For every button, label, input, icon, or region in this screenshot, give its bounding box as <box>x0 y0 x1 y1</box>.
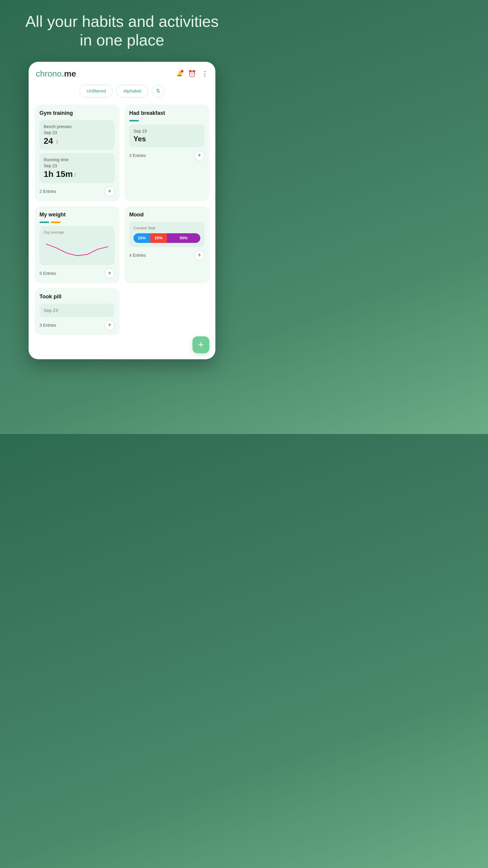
running-minutes: 15m <box>56 169 73 179</box>
running-time-value: 1h 15m ↑ <box>44 169 110 179</box>
mood-bar: 25% 25% 50% <box>133 233 200 243</box>
bench-presses-entry[interactable]: Bench presses Sep 23 24 ↓ <box>39 120 115 150</box>
bell-notification-dot <box>181 70 184 73</box>
fab-icon: + <box>198 339 204 350</box>
mood-year-label: Current Year <box>133 226 200 230</box>
mood-footer: 4 Entries + <box>129 250 204 260</box>
alphabet-filter[interactable]: Alphabet <box>116 85 148 97</box>
gym-entries-count: 2 Entries <box>39 189 56 194</box>
bench-presses-date: Sep 23 <box>44 130 110 135</box>
mood-seg-purple: 50% <box>167 233 200 243</box>
breakfast-add-button[interactable]: + <box>194 150 204 161</box>
took-pill-date: Sep 23 <box>39 304 115 317</box>
took-pill-title: Took pill <box>39 293 115 300</box>
breakfast-date: Sep 23 <box>133 129 200 133</box>
mood-chart: Current Year 25% 25% 50% <box>129 221 204 247</box>
more-options-icon[interactable]: ⋮ <box>201 70 208 78</box>
chart-label: Day average <box>44 230 110 235</box>
alarm-icon[interactable]: ⏰ <box>188 70 196 78</box>
breakfast-bar-teal <box>129 120 139 121</box>
cards-grid: Gym training Bench presses Sep 23 24 ↓ R… <box>35 104 209 335</box>
gym-training-title: Gym training <box>39 110 115 116</box>
my-weight-title: My weight <box>39 212 115 218</box>
gym-add-button[interactable]: + <box>104 186 115 196</box>
bench-presses-value: 24 ↓ <box>44 136 110 146</box>
breakfast-footer: 3 Entries + <box>129 150 204 161</box>
weight-entries-count: 5 Entries <box>39 271 56 276</box>
weight-bar-orange <box>51 221 61 223</box>
had-breakfast-card: Had breakfast Sep 23 Yes 3 Entries + <box>124 104 209 201</box>
had-breakfast-title: Had breakfast <box>129 110 204 116</box>
app-header: chrono.me 🔔 ⏰ ⋮ <box>35 69 209 79</box>
app-card: chrono.me 🔔 ⏰ ⋮ Unfiltered Alphabet ⇅ Gy… <box>29 62 216 359</box>
sort-filter[interactable]: ⇅ <box>152 85 164 97</box>
took-pill-entries-count: 3 Entries <box>39 323 56 328</box>
mood-title: Mood <box>129 212 204 218</box>
mood-card: Mood Current Year 25% 25% 50% 4 Entries … <box>124 206 209 283</box>
fab-add-button[interactable]: + <box>193 336 209 353</box>
breakfast-value: Yes <box>133 135 200 143</box>
weight-indicators <box>39 221 115 223</box>
took-pill-add-button[interactable]: + <box>104 320 115 330</box>
running-time-date: Sep 23 <box>44 163 110 168</box>
gym-training-card: Gym training Bench presses Sep 23 24 ↓ R… <box>35 104 120 201</box>
sort-icon: ⇅ <box>156 88 160 94</box>
bench-presses-trend-icon: ↓ <box>56 137 59 145</box>
mood-entries-count: 4 Entries <box>129 253 146 258</box>
breakfast-indicator <box>129 120 204 121</box>
bench-presses-name: Bench presses <box>44 124 110 129</box>
hero-title: All your habits and activities in one pl… <box>20 12 224 50</box>
unfiltered-filter[interactable]: Unfiltered <box>79 85 113 97</box>
gym-training-footer: 2 Entries + <box>39 186 115 196</box>
took-pill-footer: 3 Entries + <box>39 320 115 330</box>
bell-button[interactable]: 🔔 <box>176 71 183 76</box>
mood-seg-red: 25% <box>150 233 167 243</box>
my-weight-card: My weight Day average 5 Entries + <box>35 206 120 283</box>
running-time-entry[interactable]: Running time Sep 23 1h 15m ↑ <box>39 153 115 183</box>
filter-row: Unfiltered Alphabet ⇅ <box>35 85 209 97</box>
breakfast-entries-count: 3 Entries <box>129 153 146 158</box>
breakfast-entry[interactable]: Sep 23 Yes <box>129 124 204 147</box>
header-icons: 🔔 ⏰ ⋮ <box>176 70 208 78</box>
weight-chart-svg <box>44 236 110 263</box>
weight-chart: Day average <box>39 226 115 265</box>
running-time-name: Running time <box>44 157 110 162</box>
logo-chrono: chrono <box>36 69 62 79</box>
weight-footer: 5 Entries + <box>39 268 115 278</box>
running-hours: 1h <box>44 169 54 179</box>
mood-seg-blue: 25% <box>133 233 150 243</box>
mood-add-button[interactable]: + <box>194 250 204 260</box>
app-logo: chrono.me <box>36 69 76 79</box>
took-pill-card: Took pill Sep 23 3 Entries + <box>35 288 120 335</box>
logo-me: me <box>64 69 76 79</box>
weight-bar-teal <box>39 221 49 223</box>
running-trend-icon: ↑ <box>73 171 77 179</box>
weight-add-button[interactable]: + <box>104 268 115 278</box>
